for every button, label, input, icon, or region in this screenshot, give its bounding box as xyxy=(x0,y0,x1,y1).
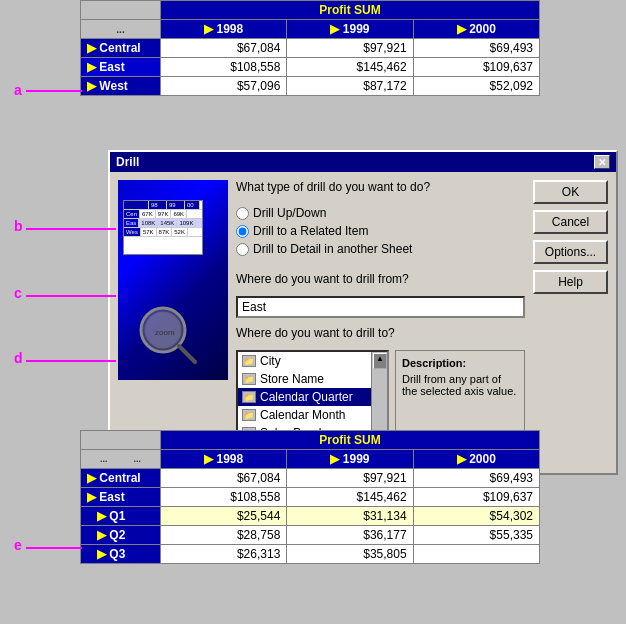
bottom-table: Profit SUM ... ... ▶ 1998 ▶ 1999 ▶ 2000 xyxy=(80,430,540,564)
row-label-west[interactable]: ▶ West xyxy=(81,77,161,96)
radio-drill-detail[interactable]: Drill to Detail in another Sheet xyxy=(236,242,525,256)
row-label-central-b[interactable]: ▶ Central xyxy=(81,469,161,488)
top-col-1998[interactable]: ▶ 1998 xyxy=(161,20,287,39)
listbox-item-store-name[interactable]: 📁 Store Name xyxy=(238,370,387,388)
svg-text:zoom: zoom xyxy=(155,328,175,337)
cal-month-icon: 📁 xyxy=(242,409,256,421)
bottom-col-1999[interactable]: ▶ 1999 xyxy=(287,450,413,469)
table-row[interactable]: ▶ Central $67,084 $97,921 $69,493 xyxy=(81,39,540,58)
ok-button[interactable]: OK xyxy=(533,180,608,204)
drill-dialog: Drill ✕ 98 99 00 Cen 67K 97K 69K xyxy=(108,150,618,475)
top-table-header: Profit SUM xyxy=(161,1,540,20)
table-row-central[interactable]: ▶ Central $67,084 $97,921 $69,493 xyxy=(81,469,540,488)
bottom-table-header: Profit SUM xyxy=(161,431,540,450)
radio-drill-related[interactable]: Drill to a Related Item xyxy=(236,224,525,238)
row-label-central[interactable]: ▶ Central xyxy=(81,39,161,58)
top-table: Profit SUM ... ▶ 1998 ▶ 1999 ▶ 2000 xyxy=(80,0,540,96)
to-label: Where do you want to drill to? xyxy=(236,326,525,340)
svg-line-2 xyxy=(179,346,195,362)
cal-quarter-icon: 📁 xyxy=(242,391,256,403)
table-row-east-b[interactable]: ▶ East $108,558 $145,462 $109,637 xyxy=(81,488,540,507)
annotation-d-line xyxy=(26,360,116,362)
row-label-q1[interactable]: ▶ Q1 xyxy=(81,507,161,526)
table-row-east[interactable]: ▶ East $108,558 $145,462 $109,637 xyxy=(81,58,540,77)
bottom-col-2000[interactable]: ▶ 2000 xyxy=(413,450,539,469)
dialog-titlebar: Drill ✕ xyxy=(110,152,616,172)
annotation-d: d xyxy=(14,350,23,366)
top-col-2000[interactable]: ▶ 2000 xyxy=(413,20,539,39)
listbox-item-cal-month[interactable]: 📁 Calendar Month xyxy=(238,406,387,424)
from-input[interactable] xyxy=(236,296,525,318)
annotation-e: e xyxy=(14,537,22,553)
table-row-q3[interactable]: ▶ Q3 $26,313 $35,805 xyxy=(81,545,540,564)
row-label-q2[interactable]: ▶ Q2 xyxy=(81,526,161,545)
dialog-image: 98 99 00 Cen 67K 97K 69K Eas 108K 145K 1… xyxy=(118,180,228,380)
annotation-b-line xyxy=(26,228,116,230)
radio-drill-up-down[interactable]: Drill Up/Down xyxy=(236,206,525,220)
dialog-close-button[interactable]: ✕ xyxy=(594,155,610,169)
row-label-q3[interactable]: ▶ Q3 xyxy=(81,545,161,564)
radio-input-up-down[interactable] xyxy=(236,207,249,220)
table-row-q1[interactable]: ▶ Q1 $25,544 $31,134 $54,302 xyxy=(81,507,540,526)
from-label: Where do you want to drill from? xyxy=(236,272,525,286)
cancel-button[interactable]: Cancel xyxy=(533,210,608,234)
listbox-item-cal-quarter[interactable]: 📁 Calendar Quarter xyxy=(238,388,387,406)
options-button[interactable]: Options... xyxy=(533,240,608,264)
table-row-q2[interactable]: ▶ Q2 $28,758 $36,177 $55,335 xyxy=(81,526,540,545)
listbox-item-city[interactable]: 📁 City xyxy=(238,352,387,370)
annotation-a-line xyxy=(26,90,82,92)
dialog-question: What type of drill do you want to do? xyxy=(236,180,525,194)
annotation-c: c xyxy=(14,285,22,301)
radio-input-related[interactable] xyxy=(236,225,249,238)
annotation-e-line xyxy=(26,547,82,549)
annotation-a: a xyxy=(14,82,22,98)
dialog-title: Drill xyxy=(116,155,139,169)
description-title: Description: xyxy=(402,357,518,369)
store-icon: 📁 xyxy=(242,373,256,385)
row-label-east-b[interactable]: ▶ East xyxy=(81,488,161,507)
top-col-1999[interactable]: ▶ 1999 xyxy=(287,20,413,39)
dialog-buttons: OK Cancel Options... Help xyxy=(533,180,608,465)
annotation-b: b xyxy=(14,218,23,234)
help-button[interactable]: Help xyxy=(533,270,608,294)
bottom-col-1998[interactable]: ▶ 1998 xyxy=(161,450,287,469)
radio-input-detail[interactable] xyxy=(236,243,249,256)
row-label-east[interactable]: ▶ East xyxy=(81,58,161,77)
radio-group-drill-type: Drill Up/Down Drill to a Related Item Dr… xyxy=(236,206,525,256)
city-icon: 📁 xyxy=(242,355,256,367)
dialog-main: What type of drill do you want to do? Dr… xyxy=(236,180,525,465)
annotation-c-line xyxy=(26,295,116,297)
description-text: Drill from any part of the selected axis… xyxy=(402,373,518,397)
table-row-west[interactable]: ▶ West $57,096 $87,172 $52,092 xyxy=(81,77,540,96)
